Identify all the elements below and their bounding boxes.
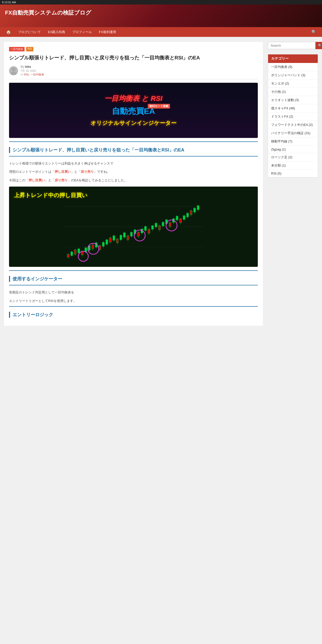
post-title: シンプル順張りトレード、押し目買いと戻り売りを狙った「一目均衡表とRSI」のEA bbox=[9, 54, 258, 61]
list-item: 未分類 (1) bbox=[268, 162, 318, 170]
cat-link[interactable]: その他 (1) bbox=[268, 88, 318, 96]
search-button[interactable]: 🔍 bbox=[315, 42, 322, 49]
cat-link[interactable]: ローソク足 (2) bbox=[268, 153, 318, 161]
section2-text-1: 長期足のトレンド判定用として一目均衡表を bbox=[9, 289, 258, 295]
svg-rect-79 bbox=[194, 208, 196, 212]
list-item: RSI (5) bbox=[268, 170, 318, 177]
cat-link[interactable]: 未分類 (1) bbox=[268, 162, 318, 170]
svg-rect-29 bbox=[106, 240, 108, 244]
nav-search-icon[interactable]: 🔍 bbox=[308, 27, 319, 37]
category-list: 一目均衡表 (9) ボリンジャーバンド (3) モンエボ (2) その他 (1)… bbox=[268, 63, 318, 177]
hero-line3: オリジナルサインインジケーター bbox=[91, 119, 177, 127]
nav-item-bonus[interactable]: EA購入特典 bbox=[44, 27, 69, 37]
chart-image: 上昇トレンド中の押し目買い bbox=[9, 187, 258, 267]
post-categories: 🏷 RSI, 一目均衡表 bbox=[21, 73, 44, 76]
svg-rect-71 bbox=[180, 219, 182, 223]
list-item: 移動平均線 (7) bbox=[268, 137, 318, 146]
svg-rect-35 bbox=[116, 239, 118, 243]
search-box: 🔍 bbox=[268, 42, 318, 49]
svg-point-0 bbox=[12, 67, 16, 71]
svg-rect-73 bbox=[183, 216, 185, 219]
list-item: バイナリー手法の検証 (31) bbox=[268, 129, 318, 137]
svg-rect-37 bbox=[120, 235, 122, 240]
author-meta: By taka 7月 10, 2021 🏷 RSI, 一目均衡表 bbox=[21, 65, 44, 76]
svg-rect-41 bbox=[127, 236, 129, 240]
section1-heading: シンプル順張りトレード、押し目買いと戻り売りを狙った「一目均衡表とRSI」のEA bbox=[9, 147, 258, 153]
hero-line2: 自動売買EA 複利モード搭載 bbox=[112, 106, 155, 117]
list-item: ボリンジャーバンド (3) bbox=[268, 71, 318, 79]
tag-ichimoku[interactable]: 一目均衡表 bbox=[9, 47, 25, 51]
article-area: 一目均衡表 RSI シンプル順張りトレード、押し目買いと戻り売りを狙った「一目均… bbox=[4, 42, 263, 326]
nav-bar: 🏠 ブログについて EA購入特典 プロフィール FX複利運用 🔍 bbox=[0, 27, 322, 37]
search-input[interactable] bbox=[268, 42, 315, 49]
svg-rect-75 bbox=[187, 213, 189, 217]
cat-link[interactable]: ドラストFX (2) bbox=[268, 113, 318, 121]
cat-link[interactable]: RSI (5) bbox=[268, 170, 318, 177]
svg-rect-13 bbox=[78, 249, 80, 253]
hero-line1: 一目均衡表 と RSI bbox=[104, 94, 162, 103]
nav-item-profile[interactable]: プロフィール bbox=[69, 27, 95, 37]
list-item: ローソク足 (2) bbox=[268, 153, 318, 162]
cat-link[interactable]: フォワードテスト中のEA (2) bbox=[268, 121, 318, 129]
site-title: FX自動売買システムの検証ブログ bbox=[5, 9, 317, 17]
category-header: カテゴリー bbox=[268, 54, 318, 63]
author-name[interactable]: taka bbox=[25, 65, 31, 68]
cat-link[interactable]: 億スキャFX (48) bbox=[268, 104, 318, 112]
tag-row: 一目均衡表 RSI bbox=[9, 47, 258, 51]
svg-rect-43 bbox=[130, 232, 132, 236]
svg-rect-31 bbox=[109, 238, 111, 242]
svg-rect-51 bbox=[144, 226, 146, 230]
home-icon[interactable]: 🏠 bbox=[3, 27, 15, 37]
svg-rect-53 bbox=[148, 229, 150, 233]
list-item: フォワードテスト中のEA (2) bbox=[268, 121, 318, 129]
status-bar: 8:13:01 AM bbox=[0, 0, 322, 5]
highlight-push2: 押し目買い bbox=[29, 178, 45, 182]
list-item: 一目均衡表 (9) bbox=[268, 63, 318, 71]
body-text-2: 理想のエントリーポイントは「押し目買い」と「戻り売り」ですね。 bbox=[9, 169, 258, 175]
svg-rect-47 bbox=[137, 232, 139, 236]
tag-rsi[interactable]: RSI bbox=[26, 47, 33, 51]
section2-text-2: エントリートリガーとしてRSIを使用します。 bbox=[9, 298, 258, 304]
svg-rect-57 bbox=[155, 223, 157, 227]
hero-image: 一目均衡表 と RSI 自動売買EA 複利モード搭載 オリジナルサインインジケー… bbox=[9, 83, 258, 138]
cat-link[interactable]: 一目均衡表 (9) bbox=[268, 63, 318, 71]
svg-rect-65 bbox=[169, 222, 171, 226]
svg-rect-69 bbox=[176, 216, 178, 220]
svg-rect-11 bbox=[74, 250, 76, 254]
hero-badge: 複利モード搭載 bbox=[148, 104, 170, 109]
cat-link[interactable]: バイナリー手法の検証 (31) bbox=[268, 129, 318, 137]
highlight-push: 押し目買い bbox=[55, 170, 71, 174]
section3-divider-top bbox=[9, 306, 258, 307]
highlight-back2: 戻り売り bbox=[55, 178, 68, 182]
author-row: By taka 7月 10, 2021 🏷 RSI, 一目均衡表 bbox=[9, 65, 258, 79]
post-cat-link[interactable]: RSI, 一目均衡表 bbox=[24, 73, 44, 76]
nav-item-fx[interactable]: FX複利運用 bbox=[95, 27, 120, 37]
avatar bbox=[9, 66, 18, 75]
cat-link[interactable]: Zigzag (1) bbox=[268, 146, 318, 153]
section2-heading: 使用するインジケーター bbox=[9, 276, 258, 282]
svg-rect-7 bbox=[67, 254, 69, 257]
category-box: カテゴリー 一目均衡表 (9) ボリンジャーバンド (3) モンエボ (2) そ… bbox=[268, 54, 318, 178]
svg-rect-33 bbox=[113, 236, 115, 240]
svg-point-1 bbox=[10, 72, 17, 75]
svg-rect-17 bbox=[85, 248, 87, 252]
svg-rect-77 bbox=[190, 211, 192, 215]
list-item: 億スキャFX (48) bbox=[268, 104, 318, 113]
svg-rect-9 bbox=[71, 252, 73, 256]
section1-divider-bottom bbox=[9, 156, 258, 156]
cat-link[interactable]: 移動平均線 (7) bbox=[268, 137, 318, 145]
author-by: By bbox=[21, 65, 24, 68]
section2-divider-bottom bbox=[9, 285, 258, 285]
svg-rect-55 bbox=[151, 226, 153, 229]
list-item: ドラストFX (2) bbox=[268, 113, 318, 121]
cat-link[interactable]: モンエボ (2) bbox=[268, 79, 318, 88]
status-time: 8:13:01 AM bbox=[2, 1, 16, 4]
cat-link[interactable]: ボリンジャーバンド (3) bbox=[268, 71, 318, 79]
cat-link[interactable]: エリオット波動 (3) bbox=[268, 96, 318, 104]
list-item: エリオット波動 (3) bbox=[268, 96, 318, 104]
sidebar: 🔍 カテゴリー 一目均衡表 (9) ボリンジャーバンド (3) モンエボ (2)… bbox=[268, 42, 318, 326]
nav-item-about[interactable]: ブログについて bbox=[15, 27, 44, 37]
section2-divider-top bbox=[9, 270, 258, 271]
site-header: FX自動売買システムの検証ブログ bbox=[0, 5, 322, 27]
svg-rect-61 bbox=[162, 222, 164, 226]
